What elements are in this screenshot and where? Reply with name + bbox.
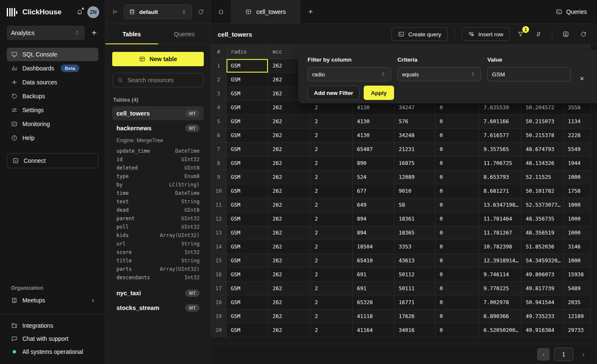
grid-cell[interactable]: 49.806073 <box>521 268 564 282</box>
filter-value-input[interactable]: GSM <box>487 67 571 81</box>
sidebar-item-integrations[interactable]: Integrations <box>7 319 98 332</box>
grid-cell[interactable]: 7.616577 <box>479 129 521 143</box>
grid-cell[interactable]: 58 <box>394 198 435 212</box>
grid-cell[interactable]: 54.3459320… <box>521 254 564 268</box>
grid-cell[interactable]: GSM <box>227 310 268 324</box>
sort-button[interactable] <box>533 29 543 39</box>
grid-cell[interactable]: 41164 <box>353 324 394 337</box>
prev-page-button[interactable]: ‹ <box>537 348 550 361</box>
grid-cell[interactable]: 2 <box>311 226 353 240</box>
sidebar-item-help[interactable]: Help <box>7 131 98 145</box>
current-page-button[interactable]: 1 <box>554 348 573 361</box>
grid-cell[interactable]: 2 <box>311 129 353 143</box>
grid-cell[interactable]: 262 <box>268 310 311 324</box>
grid-cell[interactable]: 0 <box>435 240 479 254</box>
grid-cell[interactable]: GSM <box>227 282 268 296</box>
grid-cell[interactable]: 2 <box>311 143 353 156</box>
grid-cell[interactable]: GSM <box>227 59 268 73</box>
grid-cell[interactable]: 18504 <box>353 240 394 254</box>
grid-cell[interactable]: 0 <box>435 268 479 282</box>
grid-cell[interactable]: 677 <box>353 184 394 198</box>
grid-cell[interactable]: 49.735233 <box>521 310 564 324</box>
grid-cell[interactable]: 7.601166 <box>479 115 521 129</box>
grid-cell[interactable]: 29733 <box>564 324 591 337</box>
grid-cell[interactable]: GSM <box>227 296 268 310</box>
sidebar-item-backups[interactable]: Backups <box>7 89 98 103</box>
grid-cell[interactable]: 0 <box>435 170 479 184</box>
sidebar-item-sql-console[interactable]: SQL Console <box>7 48 98 61</box>
grid-cell[interactable]: 2228 <box>564 129 591 143</box>
grid-cell[interactable]: 12.3918914… <box>479 254 521 268</box>
grid-cell[interactable]: 6.890366 <box>479 310 521 324</box>
grid-cell[interactable]: 51.852036 <box>521 240 564 254</box>
table-item-cell-towers[interactable]: cell_towers MT <box>112 106 204 120</box>
grid-cell[interactable]: GSM <box>227 184 268 198</box>
sidebar-item-settings[interactable]: Settings <box>7 103 98 117</box>
sidebar-item-monitoring[interactable]: Monitoring <box>7 117 98 131</box>
remove-filter-button[interactable]: ✕ <box>580 75 584 82</box>
add-new-filter-button[interactable]: Add new Filter <box>308 86 359 100</box>
grid-cell[interactable]: 18365 <box>394 226 435 240</box>
grid-cell[interactable]: 0 <box>435 310 479 324</box>
grid-cell[interactable]: 52.11525 <box>521 170 564 184</box>
grid-cell[interactable]: 1000 <box>564 212 591 226</box>
grid-cell[interactable]: 0 <box>435 226 479 240</box>
grid-cell[interactable]: 21231 <box>394 143 435 156</box>
collapse-panel-icon[interactable] <box>112 8 119 15</box>
grid-cell[interactable]: 262 <box>268 324 311 337</box>
grid-cell[interactable]: 262 <box>268 282 311 296</box>
grid-cell[interactable]: GSM <box>227 198 268 212</box>
grid-cell[interactable]: 50111 <box>394 282 435 296</box>
grid-cell[interactable]: 15938 <box>564 268 591 282</box>
grid-cell[interactable]: 3353 <box>394 240 435 254</box>
grid-cell[interactable]: 262 <box>268 115 311 129</box>
grid-cell[interactable]: 691 <box>353 268 394 282</box>
grid-cell[interactable]: 50.215073 <box>521 115 564 129</box>
grid-cell[interactable]: 65487 <box>353 143 394 156</box>
grid-cell[interactable]: 13.6347198… <box>479 198 521 212</box>
user-avatar[interactable]: ZN <box>87 6 99 18</box>
grid-cell[interactable]: 0 <box>435 324 479 337</box>
grid-cell[interactable]: 49.916384 <box>521 324 564 337</box>
grid-cell[interactable]: 262 <box>268 296 311 310</box>
grid-cell[interactable]: GSM <box>227 73 268 87</box>
filter-criteria-select[interactable]: equals <box>397 67 481 81</box>
grid-cell[interactable]: 48.356519 <box>521 226 564 240</box>
grid-cell[interactable]: 262 <box>268 143 311 156</box>
sidebar-item-meetups[interactable]: Meetups › <box>7 294 98 307</box>
grid-cell[interactable]: 11.781267 <box>479 226 521 240</box>
filter-button[interactable]: 1 <box>516 29 526 39</box>
grid-cell[interactable]: 10.782398 <box>479 240 521 254</box>
tab-cell-towers[interactable]: cell_towers <box>231 0 300 24</box>
grid-cell[interactable]: 11.781464 <box>479 212 521 226</box>
grid-cell[interactable]: 0 <box>435 296 479 310</box>
notifications-button[interactable] <box>76 8 84 17</box>
refresh-data-button[interactable] <box>578 29 589 39</box>
grid-cell[interactable]: 1758 <box>564 184 591 198</box>
grid-cell[interactable]: 0 <box>435 212 479 226</box>
grid-cell[interactable]: 262 <box>268 184 311 198</box>
grid-cell[interactable]: 48.356735 <box>521 212 564 226</box>
grid-cell[interactable]: 12189 <box>564 310 591 324</box>
grid-cell[interactable]: 43613 <box>394 254 435 268</box>
grid-cell[interactable]: 691 <box>353 282 394 296</box>
grid-cell[interactable]: 262 <box>268 156 311 170</box>
grid-cell[interactable]: 0 <box>435 143 479 156</box>
grid-cell[interactable]: 2 <box>311 324 353 337</box>
grid-cell[interactable]: 52.5373077… <box>521 198 564 212</box>
grid-cell[interactable]: 8.653793 <box>479 170 521 184</box>
grid-cell[interactable]: GSM <box>227 268 268 282</box>
tab-queries[interactable]: Queries <box>158 24 211 44</box>
grid-cell[interactable]: GSM <box>227 87 268 101</box>
grid-cell[interactable]: 50.941544 <box>521 296 564 310</box>
grid-cell[interactable]: GSM <box>227 170 268 184</box>
grid-cell[interactable]: 0 <box>435 184 479 198</box>
grid-cell[interactable]: GSM <box>227 143 268 156</box>
workspace-select[interactable]: Analytics <box>7 26 85 40</box>
grid-cell[interactable]: 50.215378 <box>521 129 564 143</box>
grid-cell[interactable]: 262 <box>268 254 311 268</box>
next-page-button[interactable]: › <box>578 351 589 358</box>
grid-cell[interactable]: 2 <box>311 115 353 129</box>
grid-cell[interactable]: 2 <box>311 296 353 310</box>
grid-cell[interactable]: GSM <box>227 324 268 337</box>
